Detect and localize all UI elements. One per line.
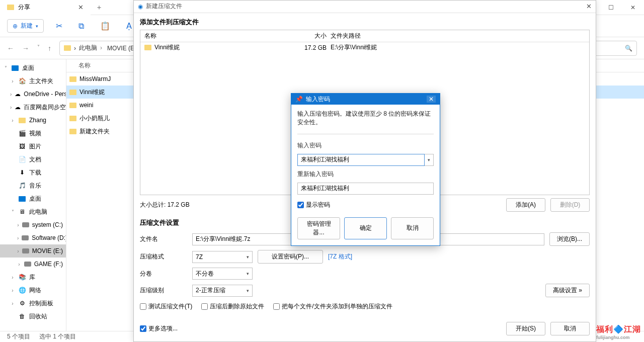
tree-item[interactable]: ›🏠主文件夹 xyxy=(0,74,66,88)
close-button[interactable]: ✕ xyxy=(622,0,644,15)
cp-icon: ⚙ xyxy=(18,299,26,307)
tree-item[interactable]: ›GAME (F:) xyxy=(0,258,66,271)
col-name[interactable]: 名称 xyxy=(144,32,292,40)
tree-item[interactable]: ›☁OneDrive - Pers xyxy=(0,88,66,101)
row-size: 17.2 GB xyxy=(292,44,331,51)
chevron-icon: › xyxy=(10,118,15,123)
folder-icon xyxy=(69,129,76,134)
recent-button[interactable]: ˅ xyxy=(37,44,40,52)
folder-icon xyxy=(69,103,76,108)
chevron-icon: › xyxy=(17,235,19,241)
crumb-pc[interactable]: 此电脑 xyxy=(79,44,105,52)
tree-label: 音乐 xyxy=(29,182,41,190)
show-password-checkbox[interactable]: 显示密码 xyxy=(297,201,434,209)
add-button[interactable]: 添加(A) xyxy=(506,198,545,212)
music-icon: 🎵 xyxy=(18,182,26,190)
copy-icon[interactable]: ⧉ xyxy=(74,20,88,33)
tree-item[interactable]: ›system (C:) xyxy=(0,218,66,231)
cut-icon[interactable]: ✂ xyxy=(52,19,66,33)
ok-button[interactable]: 确定 xyxy=(344,217,387,239)
tree-item[interactable]: ›🌐网络 xyxy=(0,284,66,297)
level-combo[interactable]: 2-正常压缩▾ xyxy=(192,285,253,297)
row-name: Vinni维妮 xyxy=(154,43,180,52)
tree-item[interactable]: ˅🖥此电脑 xyxy=(0,205,66,218)
net-icon: 🌐 xyxy=(18,286,26,294)
tree-item[interactable]: 桌面 xyxy=(0,192,66,205)
tree-label: 网络 xyxy=(29,286,41,295)
tree-item[interactable]: 🎬视频 xyxy=(0,127,66,140)
tree-item[interactable]: 📄文档 xyxy=(0,153,66,166)
paste-icon[interactable]: 📋 xyxy=(96,19,114,33)
tree-label: system (C:) xyxy=(32,221,63,228)
tree-item[interactable]: ›📚库 xyxy=(0,271,66,284)
browse-button[interactable]: 浏览(B)... xyxy=(549,232,590,246)
tree-item[interactable]: ›Software (D:) xyxy=(0,231,66,244)
drive-icon xyxy=(22,247,29,255)
filename-label: 文件名 xyxy=(140,235,187,243)
maximize-button[interactable]: ☐ xyxy=(600,0,622,15)
chevron-icon: › xyxy=(10,275,15,280)
chevron-icon: ˅ xyxy=(10,209,15,215)
tree-label: 此电脑 xyxy=(29,208,47,216)
new-button[interactable]: ⊕ 新建 ▾ xyxy=(7,19,44,33)
tree-item[interactable]: ›MOVIE (E:) xyxy=(0,244,66,258)
doc-icon: 📄 xyxy=(18,155,26,163)
folder-icon xyxy=(18,116,26,124)
add-tab-button[interactable]: ＋ xyxy=(96,3,103,12)
tree-label: MOVIE (E:) xyxy=(32,247,63,254)
close-icon[interactable]: ✕ xyxy=(427,96,436,103)
col-path[interactable]: 文件夹路径 xyxy=(331,32,585,40)
separate-checkbox[interactable]: 把每个文件/文件夹添加到单独的压缩文件 xyxy=(273,302,392,311)
advanced-button[interactable]: 高级设置 » xyxy=(545,284,590,297)
up-button[interactable]: ↑ xyxy=(48,44,51,52)
tree-label: 控制面板 xyxy=(29,299,53,308)
test-checkbox[interactable]: 测试压缩文件(T) xyxy=(140,302,192,311)
delete-button[interactable]: 删除(D) xyxy=(550,198,590,212)
archive-titlebar: ◉ 新建压缩文件 ✕ xyxy=(134,1,596,13)
password-confirm-input[interactable] xyxy=(297,183,434,195)
format-link[interactable]: [7Z 格式] xyxy=(328,252,352,261)
tree-item[interactable]: ›Zhang xyxy=(0,114,66,127)
back-button[interactable]: ← xyxy=(7,44,14,52)
tree-item[interactable]: 🖼图片 xyxy=(0,140,66,153)
tree-item[interactable]: 🎵音乐 xyxy=(0,179,66,192)
tree-item[interactable]: 🗑回收站 xyxy=(0,310,66,323)
set-password-button[interactable]: 设置密码(P)... xyxy=(258,250,323,264)
forward-button[interactable]: → xyxy=(22,44,29,52)
file-name: 新建文件夹 xyxy=(79,127,110,136)
start-button[interactable]: 开始(S) xyxy=(506,322,545,335)
password-dialog: 📌 输入密码 ✕ 输入压缩包密码。建议使用至少 8 位的密码来保证安全性。 输入… xyxy=(291,93,440,246)
format-combo[interactable]: 7Z▾ xyxy=(192,251,253,263)
folder-icon xyxy=(69,90,76,95)
password-manager-button[interactable]: 密码管理器... xyxy=(297,217,340,239)
cancel-button[interactable]: 取消 xyxy=(550,322,590,335)
close-icon[interactable]: ✕ xyxy=(586,3,592,10)
window-tab[interactable]: 分享 ✕ xyxy=(0,0,91,15)
more-options-checkbox[interactable]: 更多选项... xyxy=(140,322,178,335)
password-input[interactable] xyxy=(297,154,425,166)
file-name: 小小奶瓶儿 xyxy=(79,114,110,123)
password-dropdown[interactable]: ▾ xyxy=(425,154,434,166)
cloud-icon: ☁ xyxy=(15,90,21,98)
tree-item[interactable]: ›☁百度网盘同步空间 xyxy=(0,101,66,114)
col-size[interactable]: 大小 xyxy=(292,32,331,40)
close-icon[interactable]: ✕ xyxy=(78,4,84,11)
tree-label: Zhang xyxy=(29,117,46,124)
table-row[interactable]: Vinni维妮 17.2 GB E:\分享\Vinni维妮 xyxy=(140,42,589,53)
cancel-button[interactable]: 取消 xyxy=(391,217,434,239)
split-label: 分卷 xyxy=(140,270,187,278)
tree-item[interactable]: ›⚙控制面板 xyxy=(0,297,66,310)
split-combo[interactable]: 不分卷▾ xyxy=(192,268,253,280)
cloud-icon: ☁ xyxy=(15,103,21,111)
tree-item[interactable]: ⬇下载 xyxy=(0,166,66,179)
tree-label: Software (D:) xyxy=(32,234,66,241)
tree-item[interactable]: ˅桌面 xyxy=(0,61,66,74)
status-items: 5 个项目 xyxy=(7,332,30,341)
bin-icon: 🗑 xyxy=(18,312,26,320)
chevron-icon: ˅ xyxy=(3,65,8,71)
tree-label: 文档 xyxy=(29,155,41,164)
pc-icon: 🖥 xyxy=(18,208,26,216)
tree-label: 图片 xyxy=(29,142,41,151)
pin-icon: 📌 xyxy=(295,96,303,103)
delete-src-checkbox[interactable]: 压缩后删除原始文件 xyxy=(201,302,264,311)
